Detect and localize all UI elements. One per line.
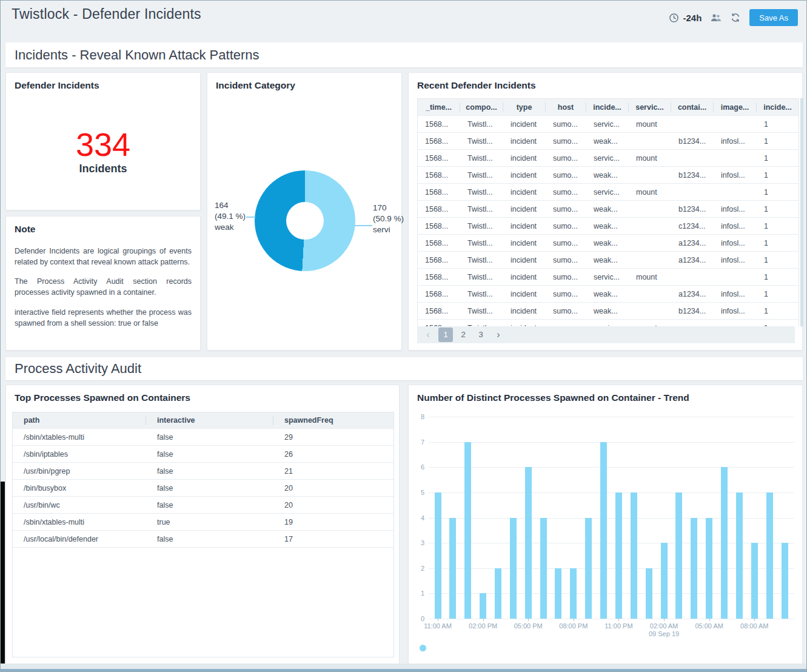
table-cell: b1234... [671,307,714,315]
recent-table-header-row: _time...compo...typehostincide...servic.… [418,99,799,116]
refresh-icon[interactable] [731,13,740,22]
table-cell: 1 [757,171,799,180]
bar[interactable] [464,442,471,619]
dashboard: Twistlock - Defender Incidents -24h Save… [0,0,807,672]
gridline [429,442,794,443]
time-range-value[interactable]: -24h [683,13,702,23]
share-users-icon[interactable] [711,13,722,22]
gridline [429,417,794,417]
table-cell: incident [503,222,546,230]
bar[interactable] [585,518,592,619]
table-cell: 29 [273,433,393,442]
panel-title-top-processes: Top Processes Spawned on Containers [15,392,190,403]
save-as-button[interactable]: Save As [749,9,798,26]
table-cell: servic... [586,188,629,197]
column-header[interactable]: incide... [757,102,799,112]
bar[interactable] [661,543,668,619]
bar[interactable] [449,518,456,619]
x-axis-tick-label: 02:00 AM [640,622,688,630]
bar[interactable] [495,568,501,619]
bar[interactable] [600,442,607,619]
column-header[interactable]: contai... [671,102,714,112]
table-cell: 1 [757,137,799,146]
table-row: 1568...Twistl...incidentsumo...weak...b1… [418,303,799,320]
column-header[interactable]: servic... [629,102,671,112]
bar[interactable] [631,492,637,619]
panel-title-recent-incidents: Recent Defender Incidents [417,80,536,91]
table-cell: 20 [273,501,393,509]
bar[interactable] [751,543,758,619]
column-header[interactable]: image... [714,102,757,112]
x-axis-tick-label: 11:00 PM [594,622,643,630]
table-cell: Twistl... [460,239,503,247]
table-cell: /bin/busybox [13,484,146,492]
bar[interactable] [510,518,517,619]
section-header-incidents: Incidents - Reveal Known Attack Patterns [5,42,803,67]
note-paragraph: interactive field represents whether the… [15,307,192,329]
table-cell: 1568... [418,273,460,281]
table-cell: sumo... [546,137,586,146]
table-cell: false [146,467,273,475]
page-button[interactable]: 3 [474,328,488,342]
column-header[interactable]: type [503,102,546,112]
table-cell: 1568... [418,222,460,230]
table-cell: 1 [757,307,799,315]
page-button[interactable]: 2 [456,328,470,342]
table-cell: incident [503,239,546,247]
table-cell: sumo... [546,205,586,213]
page-button[interactable]: 1 [438,328,453,342]
table-cell: 1568... [418,171,460,180]
bar[interactable] [691,518,697,619]
table-cell: a1234... [671,290,714,298]
table-row: 1568...Twistl...incidentsumo...servic...… [418,269,799,286]
table-scrollbar[interactable] [800,98,803,326]
bar[interactable] [525,467,532,619]
table-cell: Twistl... [460,273,503,281]
table-cell: 1568... [418,290,460,298]
bar[interactable] [435,492,441,619]
bar[interactable] [555,568,561,619]
column-header[interactable]: incide... [586,102,629,112]
panel-title-defender-incidents: Defender Incidents [15,80,99,91]
bar[interactable] [675,492,682,619]
section-header-process-audit: Process Activity Audit [5,357,803,380]
bar[interactable] [706,518,712,619]
table-cell: infosl... [714,290,757,298]
prev-page-icon[interactable] [421,329,435,340]
donut-chart[interactable] [255,170,355,271]
table-row: 1568...Twistl...incidentsumo...servic...… [418,116,799,133]
table-row: 1568...Twistl...incidentsumo...weak...b1… [418,201,799,218]
table-cell: Twistl... [460,307,503,315]
table-row: 1568...Twistl...incidentsumo...weak...b1… [418,167,799,184]
column-header[interactable]: _time... [418,102,460,112]
table-cell: 17 [273,535,393,543]
bar[interactable] [615,492,622,619]
x-axis-tick-label: 05:00 AM [685,622,734,630]
table-cell: 1568... [418,307,460,315]
column-header[interactable]: path [13,416,146,425]
bar[interactable] [646,568,652,619]
column-header[interactable]: spawnedFreq [273,416,393,425]
table-cell: b1234... [671,171,714,180]
bar[interactable] [736,492,743,619]
column-header[interactable]: host [546,102,586,112]
panel-recent-defender-incidents: Recent Defender Incidents _time...compo.… [408,72,803,351]
column-header[interactable]: interactive [146,416,273,425]
table-cell: sumo... [546,120,586,129]
table-cell: weak... [586,171,629,180]
bar[interactable] [766,492,773,619]
table-cell: sumo... [546,307,586,315]
donut-callout-line-left [246,217,255,218]
bar[interactable] [782,543,788,619]
next-page-icon[interactable] [491,329,506,340]
bar[interactable] [570,568,577,619]
x-axis-tick [438,619,438,621]
table-cell: weak... [586,137,629,146]
bar[interactable] [540,518,547,619]
bar[interactable] [721,467,728,619]
legend-dot[interactable] [420,645,426,651]
column-header[interactable]: compo... [460,102,503,112]
time-range-clock-icon[interactable] [669,13,679,23]
y-axis-tick-label: 6 [409,463,424,471]
bar[interactable] [480,593,486,619]
